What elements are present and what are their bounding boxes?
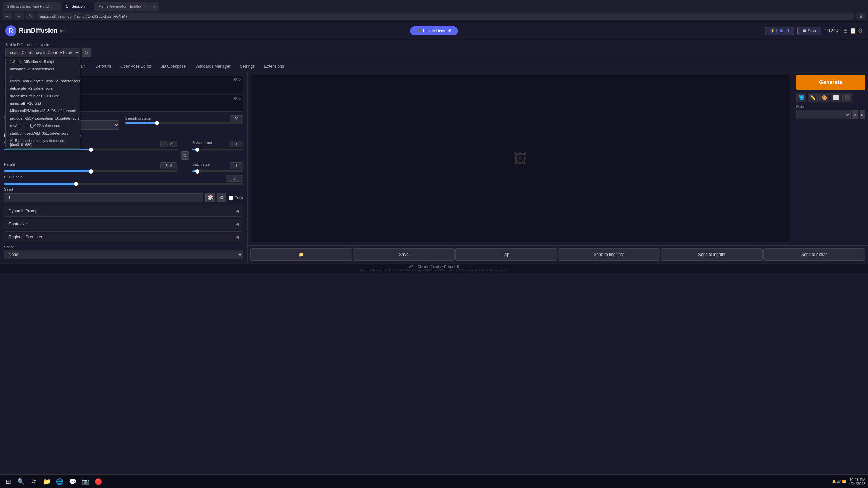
taskbar-camera[interactable]: 📷: [80, 476, 91, 487]
style-icon-white[interactable]: ⬜: [831, 93, 841, 102]
taskbar-start[interactable]: ⊞: [3, 476, 14, 487]
dropdown-item[interactable]: 1.StableDiffusion-v1.5.ckpt: [6, 58, 80, 65]
tab-close-1[interactable]: ✕: [55, 5, 57, 8]
tab-getting-started[interactable]: Getting started with RunD... ✕: [3, 2, 61, 11]
taskbar-explorer[interactable]: 📁: [41, 476, 52, 487]
style-icon-pencil[interactable]: ✏️: [808, 93, 818, 102]
checkpoint-select[interactable]: 1.StableDiffusion-v1.5.ckptartisanica_v1…: [5, 48, 80, 57]
cfg-slider[interactable]: [4, 183, 243, 185]
sampling-steps-input[interactable]: 20: [230, 115, 243, 122]
style-icon-bucket[interactable]: 🪣: [796, 93, 806, 102]
style-icon-black[interactable]: ⬛: [842, 93, 852, 102]
swap-dimensions-btn[interactable]: ⇅: [181, 151, 189, 160]
taskbar-red-app[interactable]: 🔴: [93, 476, 104, 487]
dropdown-item[interactable]: protogenX53Photorealism_10.safetensors: [6, 115, 80, 122]
cfg-input[interactable]: [226, 175, 243, 182]
height-input[interactable]: [160, 162, 177, 169]
nav-back[interactable]: ←: [3, 13, 12, 19]
cfg-label: CFG Scale: [4, 175, 22, 181]
styles-select[interactable]: [796, 110, 851, 119]
style-icons: 🪣 ✏️ 🎨 ⬜ ⬛: [796, 93, 865, 102]
script-select[interactable]: None: [4, 250, 243, 259]
footer-reload-ui[interactable]: Reload UI: [444, 265, 459, 269]
right-side: Generate 🪣 ✏️ 🎨 ⬜ ⬛ Styles ✕ ▶ 🖼: [248, 72, 868, 263]
batch-count-slider[interactable]: [192, 149, 243, 150]
batch-count-input[interactable]: [230, 141, 243, 147]
folder-button[interactable]: 📁: [250, 248, 352, 261]
footer-github[interactable]: Github: [418, 265, 428, 269]
taskbar-browser[interactable]: 🌐: [54, 476, 65, 487]
seed-input[interactable]: [4, 193, 203, 202]
tab-extensions[interactable]: Extensions: [259, 62, 289, 72]
dropdown-item[interactable]: revAnimated_v122.safetensors: [6, 122, 80, 129]
nav-forward[interactable]: →: [14, 13, 24, 19]
checkpoint-section: Stable Diffusion checkpoint 1.StableDiff…: [0, 40, 868, 60]
nav-refresh[interactable]: ↻: [26, 13, 35, 19]
accordion-regional-prompter: Regional Prompter ◀: [4, 231, 243, 242]
taskbar-chat[interactable]: 💬: [67, 476, 78, 487]
main-layout: 0/75 0/75 Sampling method Euler a Sampli…: [0, 72, 868, 263]
address-bar[interactable]: app.rundiffusion.com/launch/QjZ6GdUcha7h…: [37, 13, 854, 20]
tab-meme-generator[interactable]: Meme Generator - Imgflip ✕: [94, 2, 150, 11]
extra-checkbox[interactable]: Extra: [229, 196, 243, 200]
send-to-img2img-button[interactable]: Send to img2img: [558, 248, 660, 261]
accordion-dynamic-prompts-header[interactable]: Dynamic Prompts ◀: [4, 206, 243, 216]
batch-size-slider[interactable]: [192, 170, 243, 172]
send-to-inpaint-button[interactable]: Send to inpaint: [661, 248, 763, 261]
discord-button[interactable]: 🎮 Link to Discord!: [410, 26, 458, 35]
sampling-steps-label: Sampling steps: [125, 116, 151, 120]
tab-session[interactable]: 1 - Session ✕: [62, 2, 94, 11]
sampling-steps-slider[interactable]: [125, 122, 243, 124]
save-button[interactable]: Save: [353, 248, 455, 261]
zip-button[interactable]: Zip: [455, 248, 557, 261]
tab-new[interactable]: +: [150, 2, 159, 11]
height-label: Height: [4, 162, 15, 168]
styles-clear-btn[interactable]: ✕: [852, 110, 858, 119]
footer-gradio[interactable]: Gradio: [431, 265, 441, 269]
taskbar-sys-icons: 🔔 🔊 📶: [832, 480, 846, 483]
nav-extensions[interactable]: ⊞: [856, 13, 865, 19]
tab-deforum[interactable]: Deforum: [91, 62, 116, 72]
checkpoint-refresh[interactable]: ↻: [82, 48, 91, 57]
header-right: ⚡ Extend ⏹ Stop 1:12:32 🖥 📋 ⚙: [765, 27, 863, 35]
dropdown-item[interactable]: dreamlikeDiffusion10_10.ckpt: [6, 92, 80, 100]
footer-meta: python: 3.10.6 • torch: 1.13.1+cu117 • x…: [0, 269, 868, 272]
stop-button[interactable]: ⏹ Stop: [797, 27, 821, 35]
tab-3d-openpose[interactable]: 3D Openpose: [156, 62, 191, 72]
styles-apply-btn[interactable]: ▶: [860, 110, 865, 119]
dropdown-item-selected[interactable]: crystalClear2_crystalClear2V1.safetensor…: [6, 73, 80, 85]
footer-api[interactable]: API: [409, 265, 414, 269]
dropdown-item[interactable]: stablydiffusedWild_351.safetensors: [6, 129, 80, 137]
width-input[interactable]: [160, 141, 177, 147]
dropdown-item[interactable]: artisanica_v10.safetensors: [6, 65, 80, 73]
extend-button[interactable]: ⚡ Extend: [765, 27, 794, 35]
dropdown-item[interactable]: minecraft_v10.ckpt: [6, 100, 80, 107]
seed-recycle-btn[interactable]: ♻: [217, 193, 226, 202]
accordion-regional-prompter-header[interactable]: Regional Prompter ◀: [4, 232, 243, 242]
batch-size-input[interactable]: [230, 162, 243, 169]
taskbar-right: 🔔 🔊 📶 10:21 PM 4/24/2023: [832, 477, 866, 486]
taskbar-search[interactable]: 🔍: [16, 476, 26, 487]
dropdown-item[interactable]: Mitchreal2/Mitchreal2_3403.safetensors: [6, 107, 80, 115]
tab-close-2[interactable]: ✕: [87, 5, 90, 8]
accordion-dynamic-prompts: Dynamic Prompts ◀: [4, 206, 243, 217]
dropdown-item[interactable]: v1-5-pruned-emaonly.safetensors [6ce0161…: [6, 137, 80, 148]
tab-openpose-editor[interactable]: OpenPose Editor: [116, 62, 156, 72]
dropdown-item[interactable]: deliberate_v2.safetensors: [6, 85, 80, 92]
tab-close-3[interactable]: ✕: [143, 5, 145, 8]
taskbar-time: 10:21 PM 4/24/2023: [849, 477, 865, 486]
checkpoint-dropdown[interactable]: 1.StableDiffusion-v1.5.ckpt artisanica_v…: [5, 58, 80, 149]
tab-wildcards-manager[interactable]: Wildcards Manager: [191, 62, 235, 72]
generate-button[interactable]: Generate: [796, 75, 865, 90]
height-slider[interactable]: [4, 170, 177, 172]
send-to-extras-button[interactable]: Send to extras: [763, 248, 865, 261]
seed-dice-btn[interactable]: 🎲: [205, 193, 215, 202]
accordion-controlnet-header[interactable]: ControlNet ◀: [4, 219, 243, 229]
bottom-bar: 📁 Save Zip Send to img2img Send to inpai…: [248, 245, 868, 263]
width-slider[interactable]: [4, 149, 177, 150]
style-icon-palette[interactable]: 🎨: [819, 93, 829, 102]
accordion-controlnet: ControlNet ◀: [4, 219, 243, 229]
tab-settings[interactable]: Settings: [235, 62, 259, 72]
batch-size-label: Batch size: [192, 162, 210, 168]
taskbar-taskview[interactable]: 🗂: [28, 476, 39, 487]
